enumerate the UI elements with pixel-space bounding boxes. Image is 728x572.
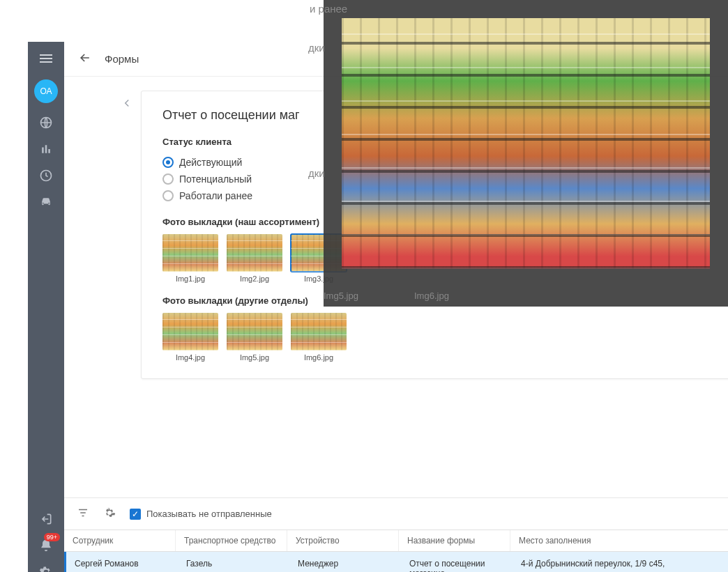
avatar[interactable]: ОА [34,79,58,103]
thumbnail-caption: Img4.jpg [162,353,218,362]
thumbnail-image [227,313,282,350]
lightbox-image[interactable] [342,18,710,269]
radio-icon [162,157,174,168]
col-form-name[interactable]: Название формы [399,530,510,551]
thumbnail-caption: Img1.jpg [162,275,218,283]
bell-icon[interactable]: 99+ [39,539,53,552]
thumbnail-caption: Img6.jpg [291,353,347,362]
behind-text-3: дки [308,167,325,179]
checkbox-icon: ✓ [130,509,141,520]
behind-text-2: дки [308,42,325,54]
chart-icon[interactable] [39,142,53,156]
thumbnail-image [162,234,218,272]
col-employee[interactable]: Сотрудник [64,530,176,551]
radio-label: Потенциальный [179,173,252,185]
page-title: Формы [105,53,139,65]
radio-icon [162,173,174,185]
cell-vehicle: Газель [178,552,289,572]
lightbox-overlay[interactable]: и ранее дки дки Img5.jpg Img6.jpg [324,0,728,307]
thumbnail[interactable]: Img4.jpg [162,313,218,362]
col-vehicle[interactable]: Транспортное средство [176,530,287,551]
gear-icon[interactable] [39,565,53,572]
radio-icon [162,190,174,201]
cell-form-name: Отчет о посещении магазина [401,552,513,572]
settings-gear-icon[interactable] [103,507,116,522]
sidebar: ОА 99+ [28,42,64,572]
car-icon[interactable] [39,195,53,209]
hamburger-icon[interactable] [38,50,54,67]
col-device[interactable]: Устройство [287,530,399,551]
table-row[interactable]: Сергей Романов Газель Менеджер Отчет о п… [64,552,728,572]
exit-icon[interactable] [39,512,53,526]
thumbnail-image [227,234,282,272]
behind-text-1: и ранее [310,3,347,15]
filter-icon[interactable] [77,507,89,522]
thumbnail-image [162,313,218,350]
grid-header: Сотрудник Транспортное средство Устройст… [64,530,728,552]
thumbnail-caption: Img2.jpg [227,275,282,283]
collapse-chevron-icon[interactable] [121,97,133,109]
show-unsent-checkbox[interactable]: ✓ Показывать не отправленные [130,509,272,520]
cell-device: Менеджер [289,552,401,572]
cell-place: 4-й Добрынинский переулок, 1/9 с45, [513,552,728,572]
clock-icon[interactable] [39,169,53,183]
show-unsent-label: Показывать не отправленные [146,509,272,519]
thumbnail[interactable]: Img5.jpg [227,313,282,362]
radio-label: Действующий [179,157,242,168]
col-place[interactable]: Место заполнения [510,530,728,551]
behind-thumb-2: Img6.jpg [414,291,449,301]
globe-icon[interactable] [39,116,53,130]
thumbnail-caption: Img5.jpg [227,353,282,362]
thumbnail[interactable]: Img2.jpg [227,234,282,283]
back-arrow-icon[interactable] [78,51,92,68]
radio-label: Работали ранее [179,190,252,201]
cell-employee: Сергей Романов [66,552,178,572]
notification-badge: 99+ [44,533,60,541]
thumbnail[interactable]: Img1.jpg [162,234,218,283]
grid-toolbar: ✓ Показывать не отправленные [64,497,728,530]
thumbnail[interactable]: Img6.jpg [291,313,347,362]
behind-thumb-1: Img5.jpg [324,291,358,301]
thumbnail-image [291,313,347,350]
